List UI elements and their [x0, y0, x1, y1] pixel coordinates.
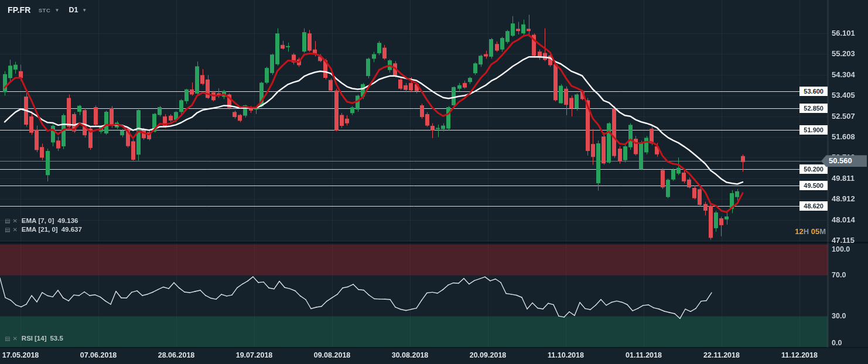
- rsi-axis-label: 100.0: [832, 245, 850, 253]
- chevron-down-icon[interactable]: ▼: [82, 8, 87, 13]
- indicator-name: RSI: [22, 335, 33, 342]
- date-axis-label: 11.12.2018: [781, 351, 818, 359]
- date-axis-label: 30.08.2018: [392, 351, 429, 359]
- indicator-name: EMA: [22, 226, 37, 233]
- price-axis-label: 52.507: [832, 112, 855, 121]
- date-axis-label: 22.11.2018: [703, 351, 740, 359]
- indicator-close-icon[interactable]: ✕: [12, 335, 17, 342]
- indicator-value: 53.5: [50, 335, 63, 342]
- indicator-params: [7, 0]: [38, 217, 54, 224]
- date-axis-label: 20.09.2018: [470, 351, 507, 359]
- rsi-legend-row: ▤ ✕ RSI [14] 53.5: [5, 335, 63, 342]
- price-axis-label: 48.014: [832, 215, 855, 224]
- symbol-label: FP.FR: [8, 5, 31, 15]
- price-axis-label: 56.101: [832, 29, 855, 37]
- rsi-axis-label: 0.0: [832, 339, 842, 347]
- countdown-hours: 12: [795, 227, 803, 236]
- price-axis-label: 53.405: [832, 91, 855, 99]
- chevron-down-icon[interactable]: ▼: [54, 8, 59, 13]
- date-axis-label: 01.11.2018: [626, 351, 662, 359]
- indicator-settings-icon[interactable]: ▤: [5, 335, 10, 342]
- price-axis-label: 54.304: [832, 70, 855, 79]
- price-axis-label: 48.912: [832, 194, 855, 203]
- indicator-close-icon[interactable]: ✕: [12, 218, 17, 224]
- indicator-settings-icon[interactable]: ▤: [5, 226, 10, 233]
- ema7-legend-row: ▤ ✕ EMA [7, 0] 49.136: [5, 217, 78, 224]
- date-axis-label: 11.10.2018: [548, 351, 584, 359]
- date-axis-label: 19.07.2018: [236, 351, 273, 359]
- indicator-params: [21, 0]: [38, 226, 57, 233]
- date-axis-label: 28.06.2018: [158, 351, 195, 359]
- countdown-minutes: 05: [811, 227, 819, 236]
- price-axis-label: 49.811: [832, 174, 855, 183]
- price-axis-label: 47.115: [832, 236, 855, 245]
- date-axis-label: 17.05.2018: [2, 351, 39, 359]
- level-price-label: 50.200: [799, 164, 828, 174]
- indicator-value: 49.136: [57, 217, 78, 224]
- level-price-label: 51.900: [799, 125, 828, 135]
- indicator-settings-icon[interactable]: ▤: [5, 218, 10, 224]
- price-axis-label: 55.203: [832, 49, 855, 58]
- date-axis-label: 07.06.2018: [80, 351, 117, 359]
- rsi-axis-label: 30.0: [832, 312, 846, 320]
- trading-chart-window: FP.FR STC ▼ D1 ▼ ▤ ✕ EMA [7, 0] 49.136 ▤…: [0, 0, 868, 364]
- candle-countdown: 12H 05M: [795, 227, 826, 236]
- level-price-label: 52.850: [799, 104, 828, 113]
- countdown-hours-unit: H: [804, 227, 809, 236]
- timeframe-selector[interactable]: D1: [69, 6, 78, 14]
- indicator-params: [14]: [35, 335, 46, 342]
- chart-toolbar: FP.FR STC ▼ D1 ▼: [8, 5, 87, 15]
- rsi-axis-label: 70.0: [832, 271, 846, 279]
- market-code-label[interactable]: STC: [39, 7, 51, 13]
- ema21-legend-row: ▤ ✕ EMA [21, 0] 49.637: [5, 226, 82, 233]
- current-price-badge: 50.560: [821, 155, 867, 167]
- indicator-name: EMA: [22, 217, 37, 224]
- countdown-minutes-unit: M: [819, 227, 826, 236]
- indicator-close-icon[interactable]: ✕: [12, 226, 17, 233]
- level-price-label: 49.500: [799, 181, 828, 190]
- price-chart-canvas[interactable]: [0, 0, 868, 364]
- price-axis-label: 51.608: [832, 132, 855, 141]
- date-axis-label: 09.08.2018: [314, 351, 351, 359]
- level-price-label: 48.620: [799, 201, 828, 211]
- indicator-value: 49.637: [61, 226, 82, 233]
- level-price-label: 53.600: [799, 87, 828, 96]
